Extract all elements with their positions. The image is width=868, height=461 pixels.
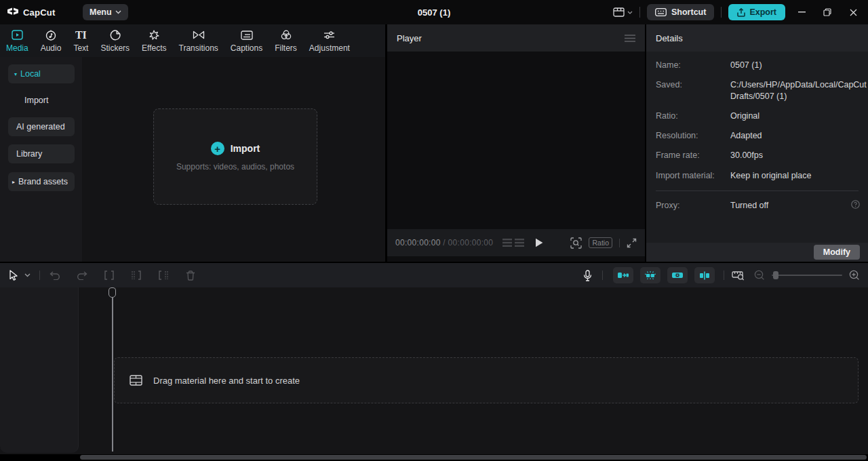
stickers-icon (110, 29, 121, 41)
sidebar-item-ai-generated[interactable]: AI generated (8, 117, 75, 136)
tab-text[interactable]: TI Text (67, 24, 94, 57)
detail-row-import-material: Import material: Keep in original place (656, 170, 859, 181)
toolbar-divider (724, 270, 724, 280)
zoom-out-icon (754, 270, 765, 281)
help-icon[interactable] (851, 200, 860, 209)
timeline-area[interactable]: Drag material here and start to create (0, 287, 868, 454)
close-icon (850, 9, 857, 16)
timeline-zoom-out-button[interactable] (751, 267, 768, 283)
ratio-button[interactable]: Ratio (589, 237, 612, 248)
export-button[interactable]: Export (728, 4, 785, 20)
detail-row-ratio: Ratio: Original (656, 111, 859, 121)
timeline-toolbar (0, 263, 868, 287)
undo-button[interactable] (47, 267, 63, 283)
media-content-area: + Import Supports: videos, audios, photo… (82, 57, 385, 262)
play-button[interactable] (535, 238, 543, 247)
time-separator: / (441, 238, 448, 247)
top-bar: CapCut Menu 0507 (1) (0, 0, 868, 24)
zoom-slider-handle[interactable] (773, 271, 778, 279)
delete-right-icon (158, 270, 169, 280)
tab-text-label: Text (73, 43, 88, 53)
media-panel: Media Audio TI Text Stickers Effects (0, 24, 385, 262)
select-tool-button[interactable] (5, 267, 22, 283)
redo-button[interactable] (74, 267, 90, 283)
project-title: 0507 (1) (418, 7, 450, 18)
timeline-zoom-in-button[interactable] (846, 267, 863, 283)
player-menu-icon[interactable] (625, 35, 635, 42)
trash-icon (186, 270, 195, 281)
close-button[interactable] (844, 3, 863, 22)
auto-snap-toggle[interactable] (640, 267, 660, 283)
timeline-dropzone[interactable]: Drag material here and start to create (114, 357, 859, 403)
sidebar-item-local[interactable]: ▾ Local (8, 64, 75, 83)
keyboard-icon (655, 8, 667, 16)
controls-divider (619, 239, 620, 247)
toolbar-divider (602, 270, 603, 280)
timeline-zoom-slider[interactable] (772, 275, 842, 276)
menu-button[interactable]: Menu (83, 4, 128, 20)
horizontal-scrollbar[interactable] (80, 455, 867, 460)
detail-value: 30.00fps (730, 150, 859, 161)
record-voiceover-button[interactable] (579, 267, 595, 283)
import-dropzone-hint: Supports: videos, audios, photos (176, 162, 294, 172)
media-sidebar: ▾ Local Import AI generated Library ▸ Br… (0, 57, 82, 262)
fullscreen-icon[interactable] (627, 238, 637, 248)
playhead-handle[interactable] (108, 287, 116, 298)
link-materials-toggle[interactable] (667, 267, 688, 283)
plus-icon: + (211, 142, 224, 155)
minimize-button[interactable] (792, 3, 811, 22)
tab-media[interactable]: Media (0, 24, 35, 57)
tab-transitions[interactable]: Transitions (173, 24, 224, 57)
tab-stickers[interactable]: Stickers (94, 24, 136, 57)
playhead[interactable] (108, 287, 117, 452)
detail-value: Adapted (730, 130, 859, 141)
delete-left-button[interactable] (128, 267, 144, 283)
details-header: Details (646, 24, 868, 52)
tab-effects-label: Effects (142, 43, 166, 53)
details-body: Name: 0507 (1) Saved: C:/Users/HP/AppDat… (646, 52, 868, 243)
link-icon (671, 272, 684, 279)
split-icon (104, 270, 115, 280)
tab-audio[interactable]: Audio (35, 24, 68, 57)
sidebar-item-library[interactable]: Library (8, 144, 75, 163)
magnet-icon (617, 271, 629, 279)
tab-adjustment-label: Adjustment (309, 43, 350, 53)
effects-icon (149, 29, 159, 41)
sidebar-item-library-label: Library (16, 149, 42, 159)
filters-icon (281, 29, 292, 41)
timeline-drop-hint: Drag material here and start to create (153, 376, 300, 386)
expander-right-icon: ▸ (12, 179, 15, 185)
delete-right-button[interactable] (155, 267, 172, 283)
export-button-label: Export (749, 7, 776, 17)
tab-audio-label: Audio (41, 43, 62, 53)
tab-filters[interactable]: Filters (269, 24, 303, 57)
delete-button[interactable] (182, 267, 199, 283)
panel-layout-button[interactable] (613, 3, 633, 22)
detail-row-resolution: Resolution: Adapted (656, 130, 859, 141)
fit-timeline-button[interactable] (730, 267, 746, 283)
import-dropzone-label: Import (231, 143, 260, 154)
modify-button[interactable]: Modify (814, 245, 860, 260)
main-track-magnet-toggle[interactable] (613, 267, 633, 283)
shortcut-button[interactable]: Shortcut (647, 4, 714, 20)
tab-effects[interactable]: Effects (136, 24, 172, 57)
import-dropzone[interactable]: + Import Supports: videos, audios, photo… (153, 108, 317, 205)
detail-value: Original (730, 111, 859, 121)
sidebar-item-import[interactable]: Import (8, 91, 75, 110)
transitions-icon (193, 29, 205, 41)
preview-axis-toggle[interactable] (694, 267, 715, 283)
next-frame-icon[interactable] (515, 239, 524, 247)
capcut-logo: CapCut (7, 7, 81, 18)
restore-button[interactable] (818, 3, 837, 22)
tab-adjustment[interactable]: Adjustment (303, 24, 356, 57)
sidebar-item-brand-assets[interactable]: ▸ Brand assets (8, 172, 75, 191)
snapshot-icon[interactable] (570, 237, 582, 249)
prev-frame-icon[interactable] (502, 239, 512, 247)
tab-captions[interactable]: Captions (224, 24, 269, 57)
microphone-icon (583, 270, 592, 281)
track-header-column (0, 287, 79, 453)
split-button[interactable] (101, 267, 117, 283)
player-header: Player (387, 24, 645, 52)
menu-button-label: Menu (90, 7, 112, 17)
select-tool-dropdown[interactable] (22, 267, 33, 283)
